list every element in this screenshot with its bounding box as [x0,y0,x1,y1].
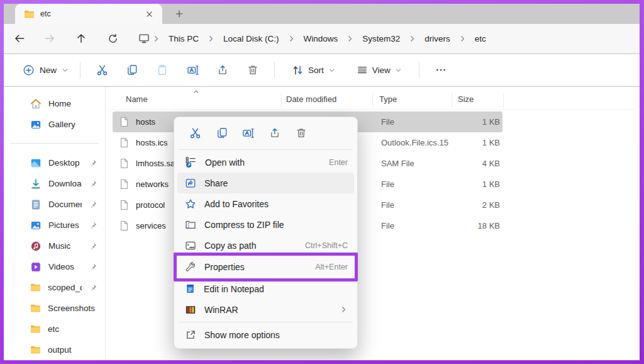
copy-button[interactable] [121,59,143,81]
share-button[interactable] [264,123,285,143]
cut-button[interactable] [185,123,206,143]
cut-icon [96,64,108,76]
menu-item-properties[interactable]: PropertiesAlt+Enter [177,256,354,278]
forward-button[interactable] [40,29,59,48]
breadcrumb-item-windows[interactable]: Windows [298,31,344,47]
chevron-right-icon [457,35,468,43]
documents-icon [30,199,42,210]
sidebar-item-label: Videos [48,262,82,271]
show-more-icon [185,329,196,341]
breadcrumb-item-this-pc[interactable]: This PC [163,31,204,47]
gallery-icon [30,119,42,130]
sidebar-item-etc[interactable]: etc [6,319,103,339]
new-button[interactable]: New [18,60,74,80]
sidebar-item-screenshots[interactable]: Screenshots [6,298,103,319]
navigation-bar: This PCLocal Disk (C:)WindowsSystem32dri… [4,24,640,54]
sidebar-item-gallery[interactable]: Gallery [6,114,103,135]
delete-button[interactable] [291,123,311,143]
menu-item-label: Properties [204,262,307,272]
folder-icon [24,9,35,20]
zip-icon [185,219,196,230]
chevron-right-icon [345,35,355,43]
tab-etc[interactable]: etc [15,4,162,24]
refresh-button[interactable] [103,29,122,48]
sort-ascending-icon [192,88,201,96]
breadcrumb-item-system32[interactable]: System32 [357,31,406,47]
sidebar-item-label: etc [48,324,97,334]
menu-item-end: Enter [329,158,348,167]
desktop-icon [30,157,42,169]
pin-icon [89,200,97,209]
menu-item-label: Share [204,178,340,188]
copy-icon [126,64,138,76]
back-button[interactable] [10,29,29,48]
sidebar-item-videos[interactable]: Videos [6,256,103,277]
rename-icon [187,64,199,76]
plus-circle-icon [23,64,35,76]
context-menu: Open withEnterShareAdd to FavoritesCompr… [174,117,358,349]
delete-button[interactable] [242,59,264,81]
column-divider [281,93,282,107]
menu-item-copy-as-path[interactable]: Copy as pathCtrl+Shift+C [177,235,354,256]
sidebar-divider [10,143,99,144]
breadcrumb-item-etc[interactable]: etc [469,31,492,47]
sort-button[interactable]: Sort [286,60,341,80]
folder-icon [30,324,41,334]
close-tab-icon[interactable] [142,7,156,21]
file-type: SAM File [381,159,414,168]
delete-icon [247,64,258,76]
sidebar-item-desktop[interactable]: Desktop [6,152,103,173]
sidebar-item-output[interactable]: output [6,339,103,360]
file-name: hosts [136,117,155,127]
column-header-name[interactable]: Name [126,94,148,104]
sidebar-item-downloads[interactable]: Downloads [6,173,103,194]
sidebar-item-label: Pictures [48,220,82,230]
sidebar-item-documents[interactable]: Documents [6,194,103,215]
view-button[interactable]: View [351,60,408,79]
up-button[interactable] [72,29,91,48]
menu-item-show-more-options[interactable]: Show more options [177,324,354,345]
menu-divider [179,322,353,322]
navigation-pane: HomeGalleryDesktopDownloadsDocumentsPict… [4,87,106,360]
column-header-size[interactable]: Size [458,94,474,104]
view-button-label: View [372,65,391,75]
menu-item-label: Show more options [204,330,340,340]
menu-item-edit-in-notepad[interactable]: Edit in Notepad [177,278,354,299]
column-divider [503,93,504,107]
breadcrumb-item-drivers[interactable]: drivers [419,31,456,47]
sidebar-item-music[interactable]: Music [6,236,103,256]
sort-button-label: Sort [308,65,324,75]
copy-button[interactable] [211,123,232,143]
menu-item-label: Compress to ZIP file [204,220,340,230]
file-size: 1 KB [450,138,500,147]
pin-icon [89,159,97,168]
winrar-icon [185,304,196,316]
menu-item-compress-to-zip-file[interactable]: Compress to ZIP file [177,214,354,235]
new-tab-button[interactable] [171,6,187,21]
menu-item-open-with[interactable]: Open withEnter [177,152,354,173]
paste-button[interactable] [151,59,174,81]
sidebar-item-home[interactable]: Home [6,93,103,114]
sidebar-item-pictures[interactable]: Pictures [6,215,103,236]
rename-button[interactable] [181,59,204,81]
column-header-date-modified[interactable]: Date modified [286,94,336,104]
breadcrumb-item-local-disk-c[interactable]: Local Disk (C:) [218,31,285,47]
menu-item-label: Copy as path [204,241,297,251]
sidebar-item-scoped-dir15168[interactable]: scoped_dir15168 [6,277,103,298]
menu-item-share[interactable]: Share [177,173,354,193]
cut-button[interactable] [91,59,113,81]
see-more-button[interactable] [430,59,452,81]
share-button[interactable] [211,59,234,81]
rename-button[interactable] [238,123,258,143]
menu-item-end [340,305,348,314]
pin-icon [89,263,97,271]
file-name: services [136,221,166,230]
column-header-type[interactable]: Type [379,94,397,104]
tab-label: etc [40,9,136,18]
menu-item-end: Alt+Enter [315,263,348,271]
menu-item-add-to-favorites[interactable]: Add to Favorites [177,193,354,214]
toolbar-divider [274,62,275,78]
chevron-right-icon [407,35,418,43]
music-icon [30,241,42,252]
menu-item-winrar[interactable]: WinRAR [177,299,354,320]
